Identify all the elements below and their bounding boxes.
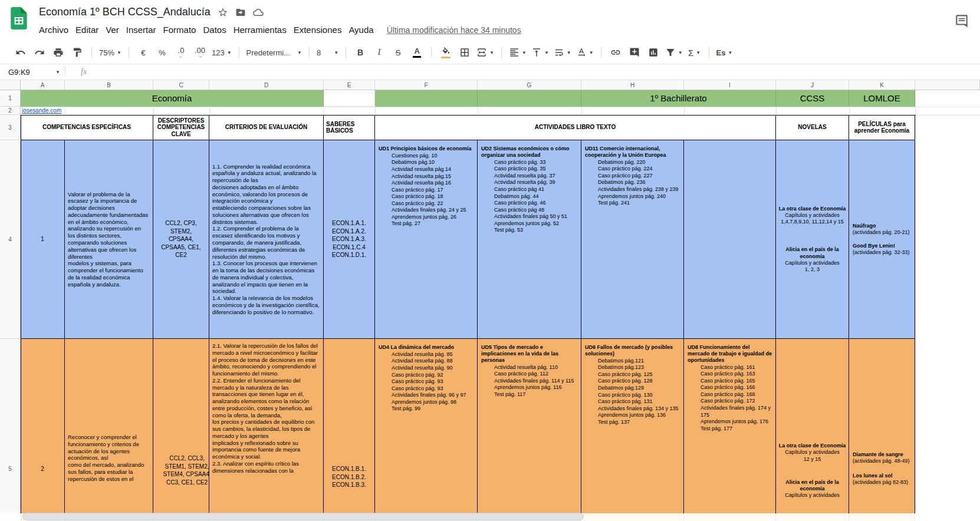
- font-size-select[interactable]: 8▼: [315, 45, 340, 60]
- vertical-align-button[interactable]: ▼: [530, 45, 551, 60]
- menu-editar[interactable]: Editar: [72, 24, 102, 36]
- column-header-stub[interactable]: [915, 80, 980, 90]
- column-header-c[interactable]: C: [153, 80, 209, 90]
- fill-color-button[interactable]: [437, 45, 455, 60]
- cell-g5-ud5[interactable]: UD5 Tipos de mercado e implicaciones en …: [478, 339, 581, 521]
- column-header-e[interactable]: E: [324, 80, 375, 90]
- text-color-button[interactable]: A: [408, 45, 426, 60]
- cell-g4-ud2[interactable]: UD2 Sistemas económicos o cómo organizar…: [478, 140, 581, 339]
- bold-button[interactable]: B: [351, 45, 369, 60]
- cell-f1[interactable]: [375, 90, 478, 107]
- cell-i4-empty[interactable]: [684, 140, 776, 339]
- menu-ver[interactable]: Ver: [102, 24, 123, 36]
- redo-button[interactable]: [31, 45, 48, 60]
- row-header-4[interactable]: 4: [0, 140, 21, 339]
- menu-formato[interactable]: Formato: [160, 24, 200, 36]
- horizontal-align-button[interactable]: ▼: [507, 45, 528, 60]
- borders-button[interactable]: [456, 45, 473, 60]
- row-header-3[interactable]: 3: [0, 115, 21, 140]
- cell-b5-competencia[interactable]: Reconocer y comprender el funcionamiento…: [65, 339, 153, 521]
- cell-j4-novelas[interactable]: La otra clase de Economía Capítulos y ac…: [776, 140, 849, 339]
- link-button[interactable]: [607, 45, 624, 60]
- cell-link[interactable]: josesande.com: [22, 107, 152, 115]
- cell-d4-criterios[interactable]: 1.1. Comprender la realidad económica es…: [209, 140, 324, 339]
- column-header-i[interactable]: I: [684, 80, 776, 90]
- row-header-5[interactable]: 5: [0, 339, 21, 521]
- formula-input[interactable]: [87, 64, 980, 80]
- column-header-f[interactable]: F: [375, 80, 478, 90]
- column-header-d[interactable]: D: [209, 80, 324, 90]
- header-criterios[interactable]: CRITERIOS DE EVALUACIÓN: [209, 115, 324, 140]
- name-box[interactable]: G9:K9▼: [0, 68, 65, 77]
- percent-format-button[interactable]: %: [153, 45, 171, 60]
- merge-cells-button[interactable]: ▼: [475, 45, 496, 60]
- cell-a5[interactable]: 2: [21, 339, 65, 521]
- strikethrough-button[interactable]: S: [389, 45, 407, 60]
- chart-button[interactable]: [644, 45, 662, 60]
- cell-a4[interactable]: 1: [21, 140, 65, 339]
- decrease-decimals-button[interactable]: .0←: [172, 45, 190, 60]
- cell-e5-saberes[interactable]: ECON.1.B.1. ECON.1.B.2. ECON.1.B.3.: [324, 339, 375, 521]
- menu-ayuda[interactable]: Ayuda: [345, 24, 377, 36]
- filter-button[interactable]: ▼: [663, 45, 685, 60]
- cell-i5-ud8[interactable]: UD8 Funcionamiento del mercado de trabaj…: [684, 339, 776, 521]
- cell-economia[interactable]: Economía: [21, 90, 324, 107]
- cloud-status-icon[interactable]: [253, 7, 264, 18]
- last-modified-link[interactable]: Última modificación hace 34 minutos: [387, 25, 521, 35]
- currency-format-button[interactable]: €: [134, 45, 152, 60]
- cell-k5-peliculas[interactable]: Diamante de sangre (actividades pág. 48-…: [849, 339, 915, 521]
- header-saberes[interactable]: SABERES BÁSICOS: [324, 115, 375, 140]
- cell-k4-peliculas[interactable]: Naúfrago (actividades pág. 20-21) Good B…: [849, 140, 915, 339]
- print-button[interactable]: [50, 45, 67, 60]
- header-competencias[interactable]: COMPETENCIAS ESPECÍFICAS: [21, 115, 153, 140]
- cell-bachillerato[interactable]: 1º Bachillerato: [581, 90, 776, 107]
- cell-f4-ud1[interactable]: UD1 Principios básicos de economía Cuest…: [375, 140, 478, 339]
- column-header-h[interactable]: H: [581, 80, 684, 90]
- cell-e1[interactable]: [324, 90, 375, 107]
- header-actividades[interactable]: ACTIVIDADES LIBRO TEXTO: [375, 115, 776, 140]
- column-header-k[interactable]: K: [849, 80, 915, 90]
- column-header-g[interactable]: G: [478, 80, 581, 90]
- cell-h4-ud11[interactable]: UD11 Comercio internacional, cooperación…: [581, 140, 684, 339]
- zoom-select[interactable]: 75%▼: [97, 45, 123, 60]
- horizontal-scrollbar-thumb[interactable]: [22, 513, 584, 520]
- comment-button[interactable]: [626, 45, 643, 60]
- cell-ccss[interactable]: CCSS: [776, 90, 849, 107]
- cell-e4-saberes[interactable]: ECON.1.A.1. ECON.1.A.2. ECON.1.A.3. ECON…: [324, 140, 375, 339]
- star-icon[interactable]: [218, 7, 228, 18]
- input-language-select[interactable]: Es▼: [715, 45, 735, 60]
- menu-archivo[interactable]: Archivo: [35, 24, 72, 36]
- select-all-corner[interactable]: [0, 80, 21, 90]
- increase-decimals-button[interactable]: .00→: [191, 45, 209, 60]
- menu-extensiones[interactable]: Extensiones: [290, 24, 346, 36]
- josesande-link[interactable]: josesande.com: [22, 107, 61, 114]
- functions-button[interactable]: Σ▼: [686, 45, 703, 60]
- paint-format-button[interactable]: [68, 45, 86, 60]
- row-header-1[interactable]: 1: [0, 90, 21, 107]
- cell-lomloe[interactable]: LOMLOE: [849, 90, 915, 107]
- sheets-logo[interactable]: [11, 7, 27, 29]
- text-rotation-button[interactable]: ▼: [574, 45, 596, 60]
- menu-herramientas[interactable]: Herramientas: [230, 24, 290, 36]
- number-format-select[interactable]: 123▼: [210, 45, 234, 60]
- text-wrap-button[interactable]: ▼: [552, 45, 573, 60]
- cell-j5-novelas[interactable]: La otra clase de Economía Capítulos y ac…: [776, 339, 849, 521]
- horizontal-scrollbar-track[interactable]: [0, 513, 980, 521]
- undo-button[interactable]: [12, 45, 29, 60]
- header-peliculas[interactable]: PELÍCULAS para aprender Economía: [849, 115, 915, 140]
- cell-f5-ud4[interactable]: UD4 La dinámica del mercado Actividad re…: [375, 339, 478, 521]
- cell-b4-competencia[interactable]: Valorar el problema de la escasez y la i…: [65, 140, 153, 339]
- menu-datos[interactable]: Datos: [199, 24, 229, 36]
- row-header-2[interactable]: 2: [0, 107, 21, 115]
- header-descriptores[interactable]: DESCRIPTORES COMPETENCIAS CLAVE: [153, 115, 209, 140]
- italic-button[interactable]: I: [370, 45, 388, 60]
- menu-insertar[interactable]: Insertar: [123, 24, 160, 36]
- cell-c4-descriptores[interactable]: CCL2, CP3, STEM2, CPSAA4, CPSAA5, CE1, C…: [153, 140, 209, 339]
- column-header-a[interactable]: A: [21, 80, 65, 90]
- column-header-j[interactable]: J: [776, 80, 849, 90]
- column-header-b[interactable]: B: [65, 80, 153, 90]
- header-novelas[interactable]: NOVELAS: [776, 115, 849, 140]
- move-folder-icon[interactable]: [235, 7, 246, 18]
- cell-h5-ud6[interactable]: UD6 Fallos de mercado (y posibles soluci…: [581, 339, 684, 521]
- cell-g1[interactable]: [478, 90, 581, 107]
